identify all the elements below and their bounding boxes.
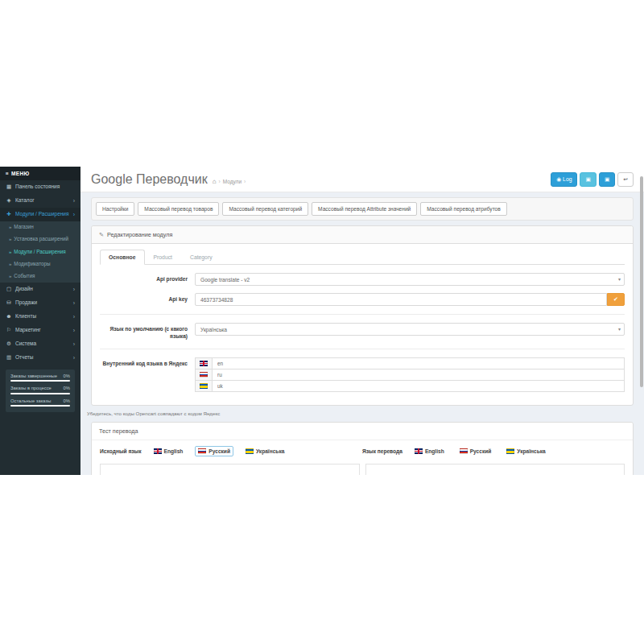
lang-code-row-ru bbox=[195, 369, 625, 381]
tab-category[interactable]: Category bbox=[181, 250, 221, 265]
ukraine-flag-icon bbox=[200, 383, 208, 389]
lang-code-input-ru[interactable] bbox=[213, 369, 625, 381]
source-lang-english[interactable]: English bbox=[151, 446, 187, 456]
dashboard-icon: ▦ bbox=[6, 184, 12, 190]
sidebar-item-catalog[interactable]: ◈ Каталог › bbox=[0, 194, 80, 208]
vertical-scrollbar[interactable] bbox=[640, 176, 643, 387]
source-lang-russian[interactable]: Русский bbox=[195, 446, 233, 456]
tab-general[interactable]: Основное bbox=[100, 250, 145, 265]
panel-heading: ✎Редактирование модуля bbox=[92, 226, 633, 244]
stat-value: 0% bbox=[64, 374, 70, 378]
submenu-item-store[interactable]: » Магазин bbox=[0, 221, 80, 233]
submenu-item-installer[interactable]: » Установка расширений bbox=[0, 233, 80, 246]
chevron-right-icon: › bbox=[73, 328, 75, 333]
submenu-item-label: Модификаторы bbox=[14, 262, 50, 266]
log-button[interactable]: ◉ Log bbox=[551, 172, 577, 187]
form-nav-tabs: Основное Product Category bbox=[100, 250, 625, 265]
tab-product[interactable]: Product bbox=[145, 250, 181, 265]
lang-code-input-uk[interactable] bbox=[213, 380, 625, 392]
panel-body: Основное Product Category Api provider G… bbox=[92, 244, 633, 405]
submenu-item-events[interactable]: » События bbox=[0, 270, 80, 283]
progress-bar bbox=[10, 405, 70, 407]
translated-text-area[interactable] bbox=[365, 464, 625, 475]
save-button[interactable]: ▣ bbox=[599, 172, 615, 187]
target-lang-russian[interactable]: Русский bbox=[456, 446, 495, 456]
lang-code-row-en bbox=[195, 357, 625, 369]
sidebar-item-label: Модули / Расширения bbox=[15, 212, 69, 217]
sidebar-item-modules[interactable]: ✚ Модули / Расширения › bbox=[0, 208, 80, 221]
api-key-confirm-button[interactable]: ✔ bbox=[607, 293, 625, 306]
stat-label: Остальные заказы bbox=[10, 398, 51, 403]
submenu-arrow-icon: » bbox=[9, 225, 11, 229]
api-provider-label: Api provider bbox=[100, 273, 195, 286]
sidebar-item-sales[interactable]: ⛁ Продажи › bbox=[0, 296, 80, 310]
sidebar-item-dashboard[interactable]: ▦ Панель состояния bbox=[0, 180, 80, 194]
api-provider-select[interactable]: Google translate - v2 bbox=[195, 273, 625, 286]
pencil-icon: ✎ bbox=[99, 231, 104, 238]
lang-chip-label: English bbox=[425, 448, 444, 454]
tab-bulk-categories[interactable]: Массовый перевод категорий bbox=[222, 202, 308, 216]
main-area: Google Переводчик ⌂ › Модули › ◉ Log ▣ ▣… bbox=[80, 167, 644, 475]
stat-processing-orders: Заказы в процессе 0% bbox=[10, 386, 70, 394]
sidebar: ≡МЕНЮ ▦ Панель состояния ◈ Каталог › ✚ М… bbox=[0, 167, 80, 475]
chevron-right-icon: › bbox=[73, 355, 75, 361]
stat-value: 0% bbox=[64, 386, 70, 390]
test-panel-body: Исходный язык English Русский Українська… bbox=[92, 440, 633, 475]
modules-submenu: » Магазин » Установка расширений » Модул… bbox=[0, 221, 80, 283]
ukraine-flag-icon bbox=[506, 448, 514, 454]
sidebar-item-reports[interactable]: ▥ Отчеты › bbox=[0, 351, 80, 365]
eye-icon: ◉ bbox=[556, 176, 561, 182]
source-lang-ukrainian[interactable]: Українська bbox=[242, 446, 287, 456]
chevron-right-icon: › bbox=[73, 212, 75, 217]
yandex-codes-label: Внутренний код языка в Яндекс bbox=[100, 357, 195, 392]
progress-bar bbox=[10, 393, 70, 394]
design-icon: ▢ bbox=[6, 287, 12, 292]
chevron-right-icon: › bbox=[73, 300, 75, 306]
submenu-arrow-icon: » bbox=[9, 274, 11, 279]
back-arrow-icon: ↩ bbox=[623, 176, 628, 182]
submenu-item-label: Модули / Расширения bbox=[14, 250, 65, 254]
translation-textareas bbox=[100, 464, 625, 475]
tab-bulk-attribute-values[interactable]: Массовый перевод Attribute значений bbox=[312, 202, 417, 216]
test-panel-title: Тест перевода bbox=[99, 427, 138, 435]
sidebar-item-design[interactable]: ▢ Дизайн › bbox=[0, 283, 80, 296]
stat-completed-orders: Заказы завершенные 0% bbox=[10, 374, 70, 382]
marketing-icon: ⚐ bbox=[6, 328, 12, 333]
tab-bulk-attributes[interactable]: Массовый перевод атрибутов bbox=[420, 202, 506, 216]
russia-flag-icon bbox=[198, 448, 206, 454]
modules-icon: ✚ bbox=[6, 212, 12, 217]
stat-label: Заказы завершенные bbox=[10, 374, 57, 378]
back-button[interactable]: ↩ bbox=[617, 172, 634, 187]
page-title: Google Переводчик bbox=[91, 172, 208, 187]
tab-settings[interactable]: Настройки bbox=[96, 202, 134, 216]
home-icon[interactable]: ⌂ bbox=[213, 178, 217, 185]
sidebar-item-system[interactable]: ⚙ Система › bbox=[0, 337, 80, 351]
chevron-right-icon: › bbox=[73, 341, 75, 347]
target-lang-english[interactable]: English bbox=[411, 446, 448, 456]
target-lang-ukrainian[interactable]: Українська bbox=[503, 446, 548, 456]
save-and-stay-button[interactable]: ▣ bbox=[580, 172, 596, 187]
default-language-select[interactable]: Українська bbox=[195, 323, 625, 336]
uk-flag-icon bbox=[154, 448, 162, 454]
api-key-label: Api key bbox=[100, 293, 195, 306]
api-key-row: Api key ✔ bbox=[100, 293, 625, 306]
tab-bulk-products[interactable]: Массовый перевод товаров bbox=[138, 202, 219, 216]
source-text-area[interactable] bbox=[100, 464, 360, 475]
target-language-label: Язык перевода bbox=[362, 448, 402, 454]
russia-flag-icon bbox=[200, 372, 208, 378]
catalog-icon: ◈ bbox=[6, 198, 12, 204]
api-key-input[interactable] bbox=[195, 293, 607, 306]
submenu-item-modifications[interactable]: » Модификаторы bbox=[0, 258, 80, 270]
lang-chip-label: Українська bbox=[517, 448, 545, 454]
sidebar-item-customers[interactable]: ☻ Клиенты › bbox=[0, 310, 80, 324]
codes-help-text: Убедитесь, что коды Opencart совпадают с… bbox=[87, 411, 634, 416]
sales-icon: ⛁ bbox=[6, 300, 12, 306]
submenu-item-modules[interactable]: » Модули / Расширения bbox=[0, 246, 80, 258]
breadcrumb-item-modules[interactable]: Модули bbox=[223, 179, 242, 184]
reports-icon: ▥ bbox=[6, 355, 12, 361]
sidebar-item-marketing[interactable]: ⚐ Маркетинг › bbox=[0, 324, 80, 337]
lang-code-input-en[interactable] bbox=[213, 357, 625, 369]
customers-icon: ☻ bbox=[6, 314, 12, 320]
progress-bar bbox=[10, 380, 70, 382]
edit-module-panel: ✎Редактирование модуля Основное Product … bbox=[91, 225, 634, 406]
